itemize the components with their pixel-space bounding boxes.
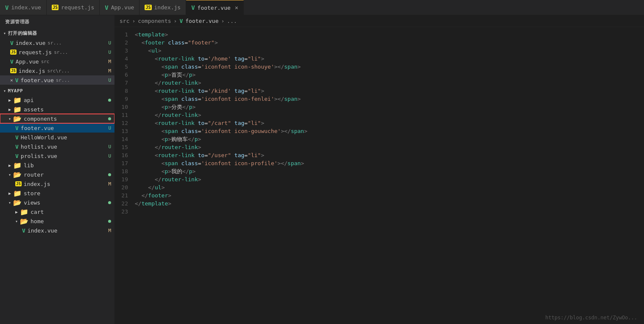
line-content: <footer class="footer"> xyxy=(135,39,644,47)
folder-icon: 📁 xyxy=(13,105,22,114)
tree-folder-api[interactable]: ▶ 📁 api xyxy=(0,95,114,105)
code-line-22: 22 </template> xyxy=(114,199,644,208)
tree-folder-home[interactable]: ▾ 📂 home xyxy=(0,216,114,226)
modified-dot xyxy=(108,99,111,102)
filepath: sr... xyxy=(56,78,70,83)
filename: hotlist.vue xyxy=(21,144,57,150)
filepath: src\r... xyxy=(47,68,70,74)
tab-label: request.js xyxy=(61,4,94,11)
code-line-8: 8 <router-link to='/kind' tag="li"> xyxy=(114,87,644,95)
line-number: 12 xyxy=(114,119,135,127)
line-number: 9 xyxy=(114,95,135,103)
filename: prolist.vue xyxy=(21,153,57,159)
line-number: 20 xyxy=(114,183,135,191)
code-line-13: 13 <span class='iconfont icon-gouwuche'>… xyxy=(114,127,644,135)
code-line-7: 7 </router-link> xyxy=(114,79,644,87)
line-content: <template> xyxy=(135,30,644,39)
chevron-down-icon: ▾ xyxy=(8,200,11,205)
open-file-footer-vue[interactable]: ✕ V footer.vue sr... U xyxy=(0,75,114,85)
tab-close-button[interactable]: × xyxy=(235,4,238,11)
folder-name: api xyxy=(24,97,33,103)
open-file-index-js[interactable]: JS index.js src\r... M xyxy=(0,66,114,75)
badge: M xyxy=(108,59,111,64)
badge: U xyxy=(108,40,111,46)
modified-dot xyxy=(108,173,111,176)
folder-open-icon: 📂 xyxy=(13,115,22,123)
folder-name: cart xyxy=(31,209,44,215)
filename: index.js xyxy=(24,181,50,187)
breadcrumb-sep: › xyxy=(221,18,225,24)
vue-icon: V xyxy=(15,134,19,141)
tab-request-js[interactable]: JS request.js xyxy=(47,0,100,15)
code-line-11: 11 </router-link> xyxy=(114,111,644,119)
folder-name: components xyxy=(24,116,57,122)
tree-folder-components[interactable]: ▾ 📂 components xyxy=(0,114,114,123)
vue-icon: V xyxy=(22,227,25,234)
tree-file-footer-vue[interactable]: V footer.vue U xyxy=(0,123,114,133)
tab-label: App.vue xyxy=(111,4,134,11)
folder-icon: 📁 xyxy=(20,208,28,216)
tree-file-prolist[interactable]: V prolist.vue U xyxy=(0,151,114,161)
code-line-1: 1 <template> xyxy=(114,30,644,39)
tree-folder-store[interactable]: ▶ 📁 store xyxy=(0,188,114,198)
modified-dot xyxy=(108,201,111,204)
line-number: 11 xyxy=(114,111,135,119)
line-number: 15 xyxy=(114,143,135,151)
vue-icon: V xyxy=(191,4,195,11)
tree-file-helloworld[interactable]: V HelloWorld.vue xyxy=(0,133,114,142)
badge: M xyxy=(108,68,111,74)
folder-name: store xyxy=(24,190,40,197)
filename: index.vue xyxy=(16,40,45,46)
tree-folder-assets[interactable]: ▶ 📁 assets xyxy=(0,105,114,114)
open-file-index-vue[interactable]: V index.vue sr... U xyxy=(0,38,114,47)
line-number: 2 xyxy=(114,39,135,47)
vue-icon: V xyxy=(15,77,19,83)
filepath: sr... xyxy=(54,50,68,55)
breadcrumb-components: components xyxy=(138,18,171,24)
vue-icon: V xyxy=(105,4,108,11)
folder-icon: 📁 xyxy=(13,96,22,104)
tree-file-router-index[interactable]: JS index.js M xyxy=(0,179,114,188)
main-layout: 资源管理器 ▾ 打开的编辑器 V index.vue sr... U JS re… xyxy=(0,15,644,324)
tab-bar: V index.vue JS request.js V App.vue JS i… xyxy=(0,0,644,15)
tab-footer-vue[interactable]: V footer.vue × xyxy=(186,0,244,15)
close-icon[interactable]: ✕ xyxy=(10,78,13,83)
tree-file-home-index[interactable]: V index.vue M xyxy=(0,226,114,235)
tab-index-vue[interactable]: V index.vue xyxy=(0,0,47,15)
open-editors-header[interactable]: ▾ 打开的编辑器 xyxy=(0,28,114,38)
line-content: </router-link> xyxy=(135,143,644,151)
filename: footer.vue xyxy=(21,125,54,131)
code-line-4: 4 <router-link to='/home' tag="li"> xyxy=(114,55,644,63)
code-editor[interactable]: 1 <template> 2 <footer class="footer"> 3… xyxy=(114,27,644,324)
badge: U xyxy=(108,144,111,150)
badge: U xyxy=(108,125,111,131)
project-tree: ▾ MYAPP ▶ 📁 api ▶ 📁 assets ▾ 📂 component… xyxy=(0,86,114,235)
tab-label: index.js xyxy=(154,4,181,11)
line-number: 8 xyxy=(114,87,135,95)
vue-icon: V xyxy=(10,40,14,46)
tree-folder-router[interactable]: ▾ 📂 router xyxy=(0,170,114,179)
tree-folder-views[interactable]: ▾ 📂 views xyxy=(0,198,114,207)
badge: M xyxy=(108,228,111,233)
code-line-12: 12 <router-link to="/cart" tag="li"> xyxy=(114,119,644,127)
line-content: <span class='iconfont icon-shouye'></spa… xyxy=(135,63,644,71)
chevron-right-icon: ▶ xyxy=(8,163,11,168)
open-file-app-vue[interactable]: V App.vue src M xyxy=(0,57,114,66)
badge: U xyxy=(108,153,111,159)
tree-folder-lib[interactable]: ▶ 📁 lib xyxy=(0,161,114,170)
line-number: 3 xyxy=(114,47,135,55)
filename: HelloWorld.vue xyxy=(21,134,67,141)
line-number: 10 xyxy=(114,103,135,111)
project-header[interactable]: ▾ MYAPP xyxy=(0,86,114,95)
line-content xyxy=(135,208,644,216)
tab-label: footer.vue xyxy=(198,5,231,11)
tab-app-vue[interactable]: V App.vue xyxy=(100,0,139,15)
open-file-request-js[interactable]: JS request.js sr... U xyxy=(0,47,114,57)
tree-file-hotlist[interactable]: V hotlist.vue U xyxy=(0,142,114,151)
sidebar-title: 资源管理器 xyxy=(0,15,114,28)
tree-folder-cart[interactable]: ▶ 📁 cart xyxy=(0,207,114,216)
js-icon: JS xyxy=(52,5,59,10)
line-number: 1 xyxy=(114,30,135,39)
line-number: 22 xyxy=(114,199,135,208)
tab-index-js[interactable]: JS index.js xyxy=(139,0,186,15)
